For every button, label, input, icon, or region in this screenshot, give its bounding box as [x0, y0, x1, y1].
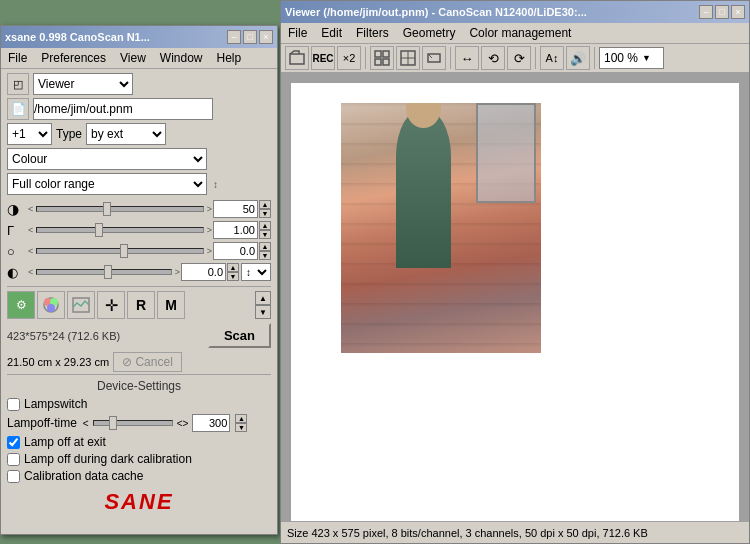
brightness-thumb[interactable]	[103, 202, 111, 216]
contrast-value: 0.0	[213, 242, 258, 260]
vtool-open-btn[interactable]	[285, 46, 309, 70]
gamma-spin-up[interactable]: ▲	[259, 221, 271, 230]
menu-file[interactable]: File	[3, 49, 32, 67]
lampswitch-row: Lampswitch	[7, 397, 271, 411]
viewer-maximize-button[interactable]: □	[715, 5, 729, 19]
colorrange-select[interactable]: Full color range	[7, 173, 207, 195]
shadow-spin-up[interactable]: ▲	[227, 263, 239, 272]
contrast-spin-down[interactable]: ▼	[259, 251, 271, 260]
lamp-off-dark-checkbox[interactable]	[7, 453, 20, 466]
calib-cache-checkbox[interactable]	[7, 470, 20, 483]
svg-rect-8	[375, 59, 381, 65]
lampswitch-checkbox[interactable]	[7, 398, 20, 411]
menu-window[interactable]: Window	[155, 49, 208, 67]
scroll-down-btn[interactable]: ▼	[255, 305, 271, 319]
tool-histogram-btn[interactable]: ⚙	[7, 291, 35, 319]
viewer-menu-filters[interactable]: Filters	[351, 24, 394, 42]
shadow-extra-select[interactable]: ↕	[241, 263, 271, 281]
contrast-right-arrow[interactable]: >	[206, 246, 213, 256]
viewer-close-button[interactable]: ×	[731, 5, 745, 19]
size-label: 423*575*24 (712.6 KB)	[7, 330, 202, 342]
canvas-background	[281, 73, 749, 543]
gamma-left-arrow[interactable]: <	[27, 225, 34, 235]
lamp-spin-down[interactable]: ▼	[235, 423, 247, 432]
vtool-grid2-btn[interactable]	[396, 46, 420, 70]
lamp-slider-thumb[interactable]	[109, 416, 117, 430]
gamma-track[interactable]	[36, 227, 203, 233]
lamp-off-exit-checkbox[interactable]	[7, 436, 20, 449]
tool-crosshair-btn[interactable]: ✛	[97, 291, 125, 319]
vtool-zoom2x-btn[interactable]: ×2	[337, 46, 361, 70]
scroll-up-btn[interactable]: ▲	[255, 291, 271, 305]
viewer-select[interactable]: Viewer	[33, 73, 133, 95]
tool-m-btn[interactable]: M	[157, 291, 185, 319]
brightness-slider-row: ◑ < > 50 ▲ ▼	[7, 199, 271, 219]
lamp-off-exit-row: Lamp off at exit	[7, 435, 271, 449]
contrast-left-arrow[interactable]: <	[27, 246, 34, 256]
vtool-record-btn[interactable]: REC	[311, 46, 335, 70]
cancel-label: Cancel	[135, 355, 172, 369]
colorrange-row: Full color range ↕	[7, 173, 271, 195]
viewer-minimize-button[interactable]: –	[699, 5, 713, 19]
gamma-right-arrow[interactable]: >	[206, 225, 213, 235]
byext-select[interactable]: by ext	[86, 123, 166, 145]
tool-r-btn[interactable]: R	[127, 291, 155, 319]
vtool-fit-btn[interactable]	[422, 46, 446, 70]
brightness-spin-down[interactable]: ▼	[259, 209, 271, 218]
brightness-left-arrow[interactable]: <	[27, 204, 34, 214]
shadow-spin-down[interactable]: ▼	[227, 272, 239, 281]
brightness-spin-up[interactable]: ▲	[259, 200, 271, 209]
zoom-dropdown-icon[interactable]: ▼	[642, 53, 651, 63]
lamp-value-box: 300	[192, 414, 230, 432]
scan-button[interactable]: Scan	[208, 323, 271, 348]
gamma-thumb[interactable]	[95, 223, 103, 237]
calib-cache-row: Calibration data cache	[7, 469, 271, 483]
lamp-spin: ▲ ▼	[235, 414, 247, 432]
shadow-left-arrow[interactable]: <	[27, 267, 34, 277]
contrast-track[interactable]	[36, 248, 203, 254]
lamp-spin-up[interactable]: ▲	[235, 414, 247, 423]
zoom-control[interactable]: 100 % ▼	[599, 47, 664, 69]
shadow-thumb[interactable]	[104, 265, 112, 279]
xsane-close-button[interactable]: ×	[259, 30, 273, 44]
contrast-slider-row: ○ < > 0.0 ▲ ▼	[7, 241, 271, 261]
gamma-value: 1.00	[213, 221, 258, 239]
brightness-track[interactable]	[36, 206, 203, 212]
viewer-menu-color-management[interactable]: Color management	[464, 24, 576, 42]
viewer-menu-file[interactable]: File	[283, 24, 312, 42]
viewer-menu-geometry[interactable]: Geometry	[398, 24, 461, 42]
lamp-slider-track[interactable]	[93, 420, 173, 426]
type-row: +1 Type by ext	[7, 123, 271, 145]
vtool-rotate-ccw-btn[interactable]: ⟳	[507, 46, 531, 70]
vtool-flip-h-btn[interactable]: ↔	[455, 46, 479, 70]
lamp-left-arrow[interactable]: <	[83, 418, 89, 429]
tool-preview-btn[interactable]	[67, 291, 95, 319]
vtool-zoom-out-btn[interactable]: 🔊	[566, 46, 590, 70]
contrast-icon: ○	[7, 244, 27, 259]
menu-view[interactable]: View	[115, 49, 151, 67]
colour-select[interactable]: Colour	[7, 148, 207, 170]
photo-window	[476, 103, 536, 203]
vtool-grid-btn[interactable]	[370, 46, 394, 70]
viewer-menu-edit[interactable]: Edit	[316, 24, 347, 42]
shadow-track[interactable]	[36, 269, 171, 275]
vtool-rotate-cw-btn[interactable]: ⟲	[481, 46, 505, 70]
vtool-text-btn[interactable]: A↕	[540, 46, 564, 70]
gamma-spin-down[interactable]: ▼	[259, 230, 271, 239]
xsane-minimize-button[interactable]: –	[227, 30, 241, 44]
shadow-right-arrow[interactable]: >	[174, 267, 181, 277]
filename-input[interactable]	[33, 98, 213, 120]
xsane-maximize-button[interactable]: □	[243, 30, 257, 44]
menu-help[interactable]: Help	[212, 49, 247, 67]
lamp-mid-arrows[interactable]: <>	[177, 418, 189, 429]
cancel-button[interactable]: ⊘ Cancel	[113, 352, 182, 372]
gamma-spin: ▲ ▼	[259, 221, 271, 239]
tool-color-btn[interactable]	[37, 291, 65, 319]
brightness-right-arrow[interactable]: >	[206, 204, 213, 214]
contrast-thumb[interactable]	[120, 244, 128, 258]
contrast-spin-up[interactable]: ▲	[259, 242, 271, 251]
increment-select[interactable]: +1	[7, 123, 52, 145]
menu-preferences[interactable]: Preferences	[36, 49, 111, 67]
xsane-titlebar: xsane 0.998 CanoScan N1... – □ ×	[1, 26, 277, 48]
zoom-level: 100 %	[604, 51, 638, 65]
